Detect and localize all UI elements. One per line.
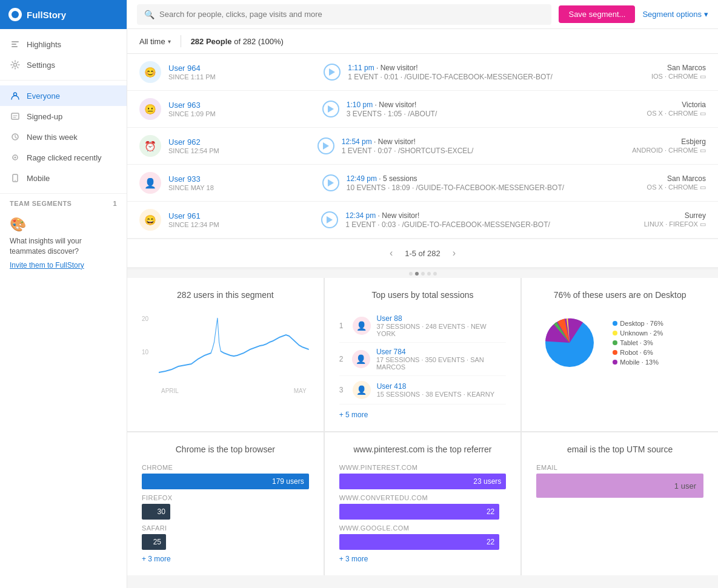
pie-section: Desktop · 76% Unknown · 2% Tablet · 3% R… <box>536 309 703 378</box>
main-content: 🔍 Save segment... Segment options ▾ All … <box>127 0 718 588</box>
browser-bar-fill: 179 users <box>142 474 309 489</box>
page-dot <box>421 272 425 276</box>
session-detail: 1 EVENT · 0:07 · /SHORTCUTS-EXCEL/ <box>342 147 625 155</box>
device-chart-card: 76% of these users are on Desktop <box>522 278 718 431</box>
utm-bar: 1 user <box>536 474 703 498</box>
top-user-detail: 15 SESSIONS · 38 EVENTS · KEARNY <box>377 391 494 398</box>
invite-icon: 🎨 <box>10 217 117 233</box>
play-button[interactable] <box>317 137 334 154</box>
rage-clicked-icon <box>10 152 21 163</box>
user-avatar: 👤 <box>139 172 161 194</box>
user-row[interactable]: 😊 User 964 SINCE 1:11 PM 1:11 pm · New v… <box>127 54 718 91</box>
sidebar-item-signed-up[interactable]: Signed-up <box>0 106 127 127</box>
session-info: 12:34 pm · New visitor! 1 EVENT · 0:03 ·… <box>345 211 636 229</box>
user-list: 😊 User 964 SINCE 1:11 PM 1:11 pm · New v… <box>127 54 718 239</box>
user-name[interactable]: User 963 <box>168 101 315 110</box>
play-button[interactable] <box>322 174 339 191</box>
play-button[interactable] <box>322 101 339 117</box>
top-users-more[interactable]: + 5 more <box>339 411 507 419</box>
chart-area: 20 10 APRILMAY <box>142 309 309 394</box>
top-user-detail: 37 SESSIONS · 248 EVENTS · NEW YORK <box>377 323 507 337</box>
user-row[interactable]: 😄 User 961 SINCE 12:34 PM 12:34 pm · New… <box>127 202 718 239</box>
team-invite-box: 🎨 What insights will your teammates disc… <box>0 210 127 277</box>
referrer-label: WWW.PINTEREST.COM <box>339 464 507 471</box>
legend-tablet: Tablet · 3% <box>613 339 703 346</box>
prev-page-button[interactable]: ‹ <box>390 248 393 259</box>
user-name[interactable]: User 964 <box>168 64 316 73</box>
time-filter[interactable]: All time ▾ <box>139 37 171 46</box>
referrers-more[interactable]: + 3 more <box>339 555 507 563</box>
mobile-label: Mobile <box>27 174 50 183</box>
sidebar-item-settings[interactable]: Settings <box>0 55 127 75</box>
search-input[interactable] <box>159 10 544 19</box>
page-dot <box>427 272 431 276</box>
sidebar-item-new-this-week[interactable]: New this week <box>0 127 127 147</box>
user-since: SINCE 12:34 PM <box>168 221 314 228</box>
svg-marker-14 <box>328 179 334 187</box>
top-user-row[interactable]: 3 👤 User 418 15 SESSIONS · 38 EVENTS · K… <box>339 376 507 405</box>
team-segments-count: 1 <box>113 200 117 207</box>
event-type: New visitor! <box>381 64 418 72</box>
user-name[interactable]: User 933 <box>168 174 315 183</box>
user-row[interactable]: 😐 User 963 SINCE 1:09 PM 1:10 pm · New v… <box>127 91 718 128</box>
top-user-name[interactable]: User 88 <box>377 314 507 323</box>
referrer-bar-section: WWW.CONVERTEDU.COM 22 <box>339 494 507 520</box>
sidebar-item-mobile[interactable]: Mobile <box>0 168 127 188</box>
referrer-bar-row: 22 <box>339 534 507 550</box>
browser-title: Chrome is the top browser <box>142 444 309 454</box>
sidebar-item-rage-clicked[interactable]: Rage clicked recently <box>0 147 127 168</box>
browser-card: Chrome is the top browser CHROME 179 use… <box>127 432 324 575</box>
segment-count-text: 282 People of 282 (100%) <box>191 37 284 46</box>
segment-options-button[interactable]: Segment options ▾ <box>642 10 708 19</box>
save-segment-button[interactable]: Save segment... <box>559 5 635 23</box>
device-chart-title: 76% of these users are on Desktop <box>536 290 703 300</box>
top-user-row[interactable]: 1 👤 User 88 37 SESSIONS · 248 EVENTS · N… <box>339 309 507 343</box>
top-user-row[interactable]: 2 👤 User 784 17 SESSIONS · 350 EVENTS · … <box>339 343 507 376</box>
referrer-bar-section: WWW.PINTEREST.COM 23 users <box>339 464 507 489</box>
top-users-card: Top users by total sessions 1 👤 User 88 … <box>325 278 521 431</box>
sidebar-item-everyone[interactable]: Everyone <box>0 85 127 106</box>
pagination: ‹ 1-5 of 282 › <box>127 239 718 269</box>
rank-number: 3 <box>339 386 347 394</box>
page-dot <box>409 272 413 276</box>
user-location: Surrey LINUX · FIREFOX ▭ <box>644 211 706 228</box>
mobile-icon <box>10 173 21 183</box>
top-user-name[interactable]: User 418 <box>377 382 494 391</box>
top-user-detail: 17 SESSIONS · 350 EVENTS · SAN MARCOS <box>376 356 506 371</box>
user-row[interactable]: ⏰ User 962 SINCE 12:54 PM 12:54 pm · New… <box>127 128 718 165</box>
referrer-bar-section: WWW.GOOGLE.COM 22 <box>339 524 507 550</box>
user-city: San Marcos <box>651 64 706 72</box>
user-city: San Marcos <box>647 174 706 183</box>
user-city: Victoria <box>647 101 706 109</box>
settings-label: Settings <box>27 61 55 70</box>
session-detail: 1 EVENT · 0:01 · /GUIDE-TO-FACEBOOK-MESS… <box>348 73 644 81</box>
next-page-button[interactable]: › <box>453 248 456 259</box>
browser-bar-row: 25 <box>142 534 309 550</box>
referrer-bar-fill: 22 <box>339 504 500 520</box>
team-segments-label: TEAM SEGMENTS <box>10 200 71 207</box>
sidebar-item-highlights[interactable]: Highlights <box>0 34 127 55</box>
user-info: User 961 SINCE 12:34 PM <box>168 211 314 228</box>
browser-bars: CHROME 179 users FIREFOX 30 SAFARI 25 <box>142 464 309 550</box>
referrer-bars: WWW.PINTEREST.COM 23 users WWW.CONVERTED… <box>339 464 507 550</box>
user-name[interactable]: User 962 <box>168 137 310 147</box>
everyone-label: Everyone <box>27 91 60 101</box>
session-time: 12:34 pm <box>345 211 376 220</box>
user-city: Esbjerg <box>632 137 706 146</box>
top-user-name[interactable]: User 784 <box>376 348 506 356</box>
user-tech: OS X · CHROME ▭ <box>647 110 706 117</box>
play-button[interactable] <box>321 211 338 228</box>
utm-value: 1 user <box>674 481 696 491</box>
page-dot-active <box>415 272 419 276</box>
search-icon: 🔍 <box>144 10 155 19</box>
browsers-more[interactable]: + 3 more <box>142 555 309 563</box>
user-name[interactable]: User 961 <box>168 211 314 220</box>
play-button[interactable] <box>324 64 341 81</box>
user-location: Victoria OS X · CHROME ▭ <box>647 101 706 117</box>
sidebar-header: FullStory <box>0 0 127 29</box>
invite-link[interactable]: Invite them to FullStory <box>10 261 84 269</box>
user-row[interactable]: 👤 User 933 SINCE MAY 18 12:49 pm · 5 ses… <box>127 165 718 202</box>
top-user-info: User 88 37 SESSIONS · 248 EVENTS · NEW Y… <box>377 314 507 337</box>
topbar: 🔍 Save segment... Segment options ▾ <box>127 0 718 29</box>
svg-rect-0 <box>12 41 19 42</box>
